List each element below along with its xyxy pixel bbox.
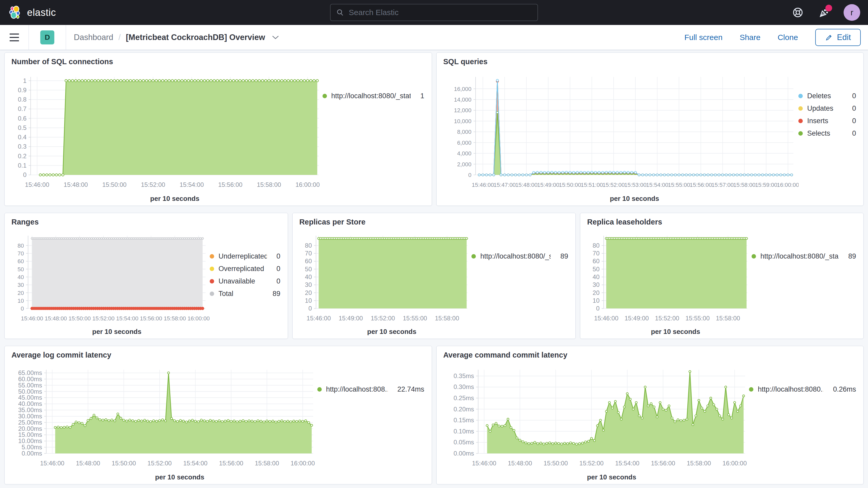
svg-text:16:00:00: 16:00:00 bbox=[296, 181, 320, 188]
breadcrumb-dashboard-link[interactable]: Dashboard bbox=[74, 33, 113, 42]
chevron-down-icon bbox=[272, 35, 279, 40]
svg-text:15:50:00: 15:50:00 bbox=[102, 181, 126, 188]
breadcrumb: Dashboard / [Metricbeat CockroachDB] Ove… bbox=[74, 33, 279, 42]
legend-dot bbox=[798, 106, 803, 111]
legend-dot bbox=[317, 387, 322, 392]
legend-item[interactable]: Updates0 bbox=[798, 104, 856, 113]
svg-text:20: 20 bbox=[593, 289, 600, 296]
svg-text:10: 10 bbox=[305, 297, 312, 304]
legend-dot bbox=[322, 94, 327, 98]
svg-text:15:54:00: 15:54:00 bbox=[116, 315, 138, 322]
svg-text:60: 60 bbox=[305, 257, 312, 265]
panel-average-log-commit-latency: Average log commit latency 0.00ms5.00ms1… bbox=[4, 346, 432, 484]
title-menu-button[interactable] bbox=[272, 35, 279, 40]
notification-badge bbox=[826, 5, 832, 11]
legend-item[interactable]: Unavailable0 bbox=[210, 277, 280, 285]
share-link[interactable]: Share bbox=[740, 33, 761, 42]
newsfeed-button[interactable] bbox=[817, 5, 832, 20]
header-icons: r bbox=[790, 4, 860, 21]
svg-text:15:46:00: 15:46:00 bbox=[40, 460, 64, 467]
panel-title: Ranges bbox=[11, 218, 288, 226]
legend-item[interactable]: http://localhost:8080/_stat...1 bbox=[322, 92, 424, 100]
svg-text:0.30ms: 0.30ms bbox=[454, 383, 474, 390]
svg-text:15:55:00: 15:55:00 bbox=[403, 315, 427, 322]
panel-replica-leaseholders: Replica leaseholders 0102030405060708015… bbox=[580, 213, 864, 339]
svg-text:15:59:00: 15:59:00 bbox=[755, 182, 777, 188]
legend-label: http://localhost:8080/_sta... bbox=[480, 252, 551, 261]
legend-label: Unavailable bbox=[219, 277, 255, 285]
svg-text:15:46:00: 15:46:00 bbox=[472, 182, 494, 188]
chart-canvas[interactable]: 00.10.20.30.40.50.60.70.80.9115:46:0015:… bbox=[5, 66, 322, 206]
legend-label: Inserts bbox=[807, 117, 828, 125]
svg-text:15:52:00: 15:52:00 bbox=[147, 460, 172, 467]
svg-text:15:50:00: 15:50:00 bbox=[544, 460, 567, 467]
svg-text:15:46:00: 15:46:00 bbox=[472, 460, 496, 467]
svg-text:10: 10 bbox=[18, 298, 24, 304]
edit-button[interactable]: Edit bbox=[815, 29, 861, 46]
elastic-logo[interactable]: elastic bbox=[8, 5, 56, 20]
chart-canvas[interactable]: 0102030405060708015:46:0015:49:0015:52:0… bbox=[292, 226, 472, 339]
legend-item[interactable]: Total89 bbox=[210, 290, 280, 298]
svg-text:15:52:00: 15:52:00 bbox=[371, 315, 395, 322]
svg-text:15:56:00: 15:56:00 bbox=[689, 182, 712, 188]
svg-text:0: 0 bbox=[468, 172, 471, 178]
edit-button-label: Edit bbox=[837, 33, 851, 42]
svg-text:15:52:00: 15:52:00 bbox=[92, 315, 115, 322]
chart-canvas[interactable]: 0102030405060708015:46:0015:49:0015:52:0… bbox=[580, 226, 751, 339]
svg-text:per 10 seconds: per 10 seconds bbox=[92, 328, 142, 335]
chart-canvas[interactable]: 0102030405060708015:46:0015:48:0015:50:0… bbox=[5, 226, 210, 339]
svg-text:16,000: 16,000 bbox=[454, 86, 471, 92]
legend-item[interactable]: Inserts0 bbox=[798, 117, 856, 125]
legend-dot bbox=[798, 131, 803, 135]
svg-text:60.00ms: 60.00ms bbox=[18, 375, 42, 383]
chart-canvas[interactable]: 02,0004,0006,0008,00010,00012,00014,0001… bbox=[437, 66, 799, 206]
user-avatar[interactable]: r bbox=[844, 4, 860, 21]
svg-text:70: 70 bbox=[305, 250, 312, 257]
menu-button[interactable] bbox=[0, 25, 29, 50]
panel-ranges: Ranges 0102030405060708015:46:0015:48:00… bbox=[4, 213, 288, 339]
chart-canvas[interactable]: 0.00ms5.00ms10.00ms15.00ms20.00ms25.00ms… bbox=[5, 359, 317, 484]
search-input[interactable] bbox=[349, 8, 532, 17]
pencil-icon bbox=[825, 33, 833, 41]
svg-text:2,000: 2,000 bbox=[457, 161, 471, 167]
svg-text:0: 0 bbox=[23, 171, 27, 178]
svg-text:20: 20 bbox=[305, 289, 312, 296]
chart-legend: http://localhost:8080/_sta...89 bbox=[751, 226, 863, 339]
clone-link[interactable]: Clone bbox=[778, 33, 798, 42]
legend-label: Underreplicated bbox=[219, 252, 267, 261]
legend-item[interactable]: Overreplicated0 bbox=[210, 265, 280, 273]
chart-legend: http://localhost:808...22.74ms bbox=[317, 359, 432, 484]
legend-value: 0 bbox=[847, 92, 856, 100]
svg-text:15:48:00: 15:48:00 bbox=[64, 181, 88, 188]
svg-text:per 10 seconds: per 10 seconds bbox=[610, 195, 659, 203]
svg-text:40: 40 bbox=[593, 273, 600, 280]
svg-text:30: 30 bbox=[593, 281, 600, 288]
svg-text:60: 60 bbox=[593, 257, 600, 265]
svg-text:0.5: 0.5 bbox=[18, 124, 27, 131]
svg-text:30: 30 bbox=[305, 281, 312, 288]
panel-title: Average command commit latency bbox=[443, 351, 864, 359]
legend-item[interactable]: Selects0 bbox=[798, 129, 856, 138]
chart-canvas[interactable]: 0.00ms0.05ms0.10ms0.15ms0.20ms0.25ms0.30… bbox=[437, 359, 749, 484]
legend-dot bbox=[751, 254, 756, 258]
legend-item[interactable]: http://localhost:8080/_sta...89 bbox=[751, 252, 856, 261]
legend-item[interactable]: http://localhost:8080...0.26ms bbox=[749, 385, 856, 393]
svg-text:15:46:00: 15:46:00 bbox=[306, 315, 331, 322]
svg-text:15:58:00: 15:58:00 bbox=[255, 460, 279, 467]
space-badge[interactable]: D bbox=[40, 30, 54, 44]
legend-value: 1 bbox=[415, 92, 424, 100]
svg-text:15:52:00: 15:52:00 bbox=[141, 181, 165, 188]
legend-item[interactable]: Deletes0 bbox=[798, 92, 856, 100]
help-button[interactable] bbox=[790, 5, 805, 20]
legend-item[interactable]: http://localhost:808...22.74ms bbox=[317, 385, 424, 393]
legend-item[interactable]: Underreplicated0 bbox=[210, 252, 280, 261]
svg-text:65.00ms: 65.00ms bbox=[18, 369, 42, 376]
svg-text:6,000: 6,000 bbox=[457, 140, 471, 146]
legend-label: http://localhost:8080/_sta... bbox=[761, 252, 839, 261]
legend-item[interactable]: http://localhost:8080/_sta...89 bbox=[471, 252, 568, 261]
global-search[interactable] bbox=[330, 4, 538, 21]
svg-text:15:54:00: 15:54:00 bbox=[646, 182, 669, 188]
svg-text:25.00ms: 25.00ms bbox=[18, 419, 42, 426]
full-screen-link[interactable]: Full screen bbox=[684, 33, 722, 42]
svg-text:15:47:00: 15:47:00 bbox=[493, 182, 516, 188]
